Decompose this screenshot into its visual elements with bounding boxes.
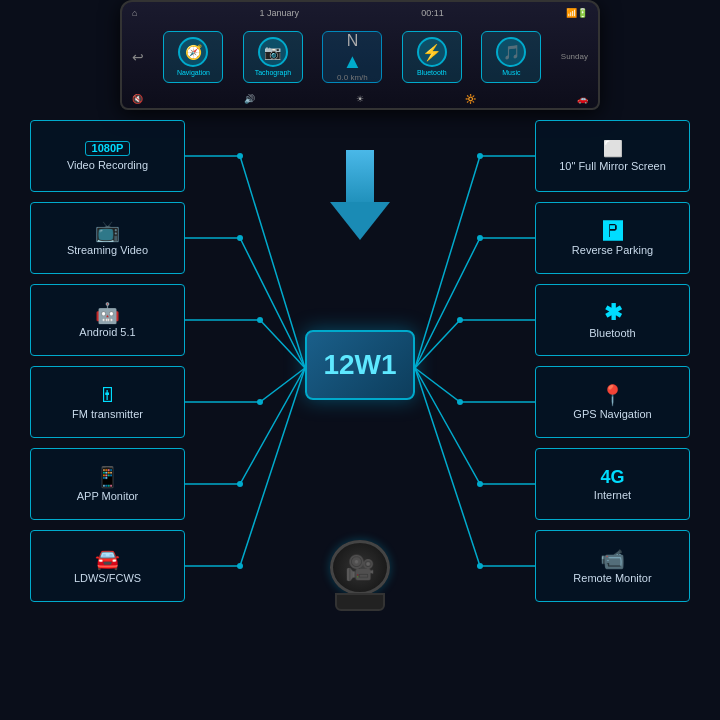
mirror-side-left: ↩: [132, 49, 144, 65]
ldws-icon: 🚘: [95, 549, 120, 569]
parking-icon: 🅿: [603, 221, 623, 241]
svg-point-7: [477, 235, 483, 241]
feature-bluetooth: ✱ Bluetooth: [535, 284, 690, 356]
svg-point-0: [237, 153, 243, 159]
svg-point-8: [457, 317, 463, 323]
app-icon: 📱: [95, 467, 120, 487]
feature-label: LDWS/FCWS: [74, 572, 141, 584]
svg-point-11: [477, 563, 483, 569]
camera-mount: [335, 593, 385, 611]
feature-label: Android 5.1: [79, 326, 135, 338]
svg-point-6: [477, 153, 483, 159]
mirror-side-right: Sunday: [561, 52, 588, 61]
remote-icon: 📹: [600, 549, 625, 569]
screen-icon: ⬜: [603, 141, 623, 157]
svg-point-9: [457, 399, 463, 405]
feature-label: Internet: [594, 489, 631, 501]
feature-label: 10" Full Mirror Screen: [559, 160, 666, 172]
car-icon: 🚗: [577, 94, 588, 104]
mirror-btn-tachograph[interactable]: 📷 Tachograph: [243, 31, 303, 83]
android-icon: 🤖: [95, 303, 120, 323]
mirror-signal-icons: 📶🔋: [566, 8, 588, 18]
svg-point-2: [257, 317, 263, 323]
feature-label: Reverse Parking: [572, 244, 653, 256]
feature-label: FM transmitter: [72, 408, 143, 420]
feature-ldws: 🚘 LDWS/FCWS: [30, 530, 185, 602]
camera-lens: 🎥: [330, 540, 390, 595]
feature-fm-transmitter: 🎚 FM transmitter: [30, 366, 185, 438]
internet-icon: 4G: [600, 468, 624, 486]
center-arrow: [330, 150, 390, 240]
down-arrow-shape: [330, 150, 390, 240]
center-camera: 🎥: [330, 540, 390, 611]
mirror-icons-row: ↩ 🧭 Navigation 📷 Tachograph N ▲ 0.0 km/h…: [132, 22, 588, 91]
feature-label: Remote Monitor: [573, 572, 651, 584]
mirror-bottom-bar: 🔇 🔊 ☀ 🔆 🚗: [132, 94, 588, 104]
diagram: 12W1 🎥 1080P Video Recording 📺 Streaming…: [0, 110, 720, 720]
vol-up-icon[interactable]: 🔊: [244, 94, 255, 104]
gps-icon: 📍: [600, 385, 625, 405]
feature-reverse-parking: 🅿 Reverse Parking: [535, 202, 690, 274]
svg-point-1: [237, 235, 243, 241]
mirror-date: 1 January: [260, 8, 300, 18]
center-badge: 12W1: [305, 330, 415, 400]
feature-internet: 4G Internet: [535, 448, 690, 520]
svg-point-5: [237, 563, 243, 569]
feature-gps: 📍 GPS Navigation: [535, 366, 690, 438]
feature-remote-monitor: 📹 Remote Monitor: [535, 530, 690, 602]
mirror-home-icon[interactable]: ⌂: [132, 8, 137, 18]
brightness-icon[interactable]: ☀: [356, 94, 364, 104]
mirror-time: 00:11: [421, 8, 444, 18]
feature-label: Streaming Video: [67, 244, 148, 256]
mirror-btn-bluetooth[interactable]: ⚡ Bluetooth: [402, 31, 462, 83]
feature-video-recording: 1080P Video Recording: [30, 120, 185, 192]
feature-label: GPS Navigation: [573, 408, 651, 420]
mirror-device: ⌂ 1 January 00:11 📶🔋 ↩ 🧭 Navigation 📷 Ta…: [120, 0, 600, 110]
fm-icon: 🎚: [98, 385, 118, 405]
feature-android: 🤖 Android 5.1: [30, 284, 185, 356]
video-recording-icon: 1080P: [85, 141, 131, 156]
mirror-top-bar: ⌂ 1 January 00:11 📶🔋: [132, 8, 588, 18]
feature-mirror-screen: ⬜ 10" Full Mirror Screen: [535, 120, 690, 192]
brightness-up-icon[interactable]: 🔆: [465, 94, 476, 104]
mirror-btn-music[interactable]: 🎵 Music: [481, 31, 541, 83]
bluetooth-icon: ✱: [604, 302, 622, 324]
mirror-btn-navigation[interactable]: 🧭 Navigation: [163, 31, 223, 83]
back-icon[interactable]: ↩: [132, 49, 144, 65]
svg-point-10: [477, 481, 483, 487]
feature-label: Video Recording: [67, 159, 148, 171]
feature-label: Bluetooth: [589, 327, 635, 339]
vol-icon[interactable]: 🔇: [132, 94, 143, 104]
feature-app-monitor: 📱 APP Monitor: [30, 448, 185, 520]
mirror-day: Sunday: [561, 52, 588, 61]
svg-point-4: [237, 481, 243, 487]
feature-label: APP Monitor: [77, 490, 139, 502]
mirror-btn-nav-dir[interactable]: N ▲ 0.0 km/h: [322, 31, 382, 83]
svg-point-3: [257, 399, 263, 405]
feature-streaming-video: 📺 Streaming Video: [30, 202, 185, 274]
streaming-icon: 📺: [95, 221, 120, 241]
